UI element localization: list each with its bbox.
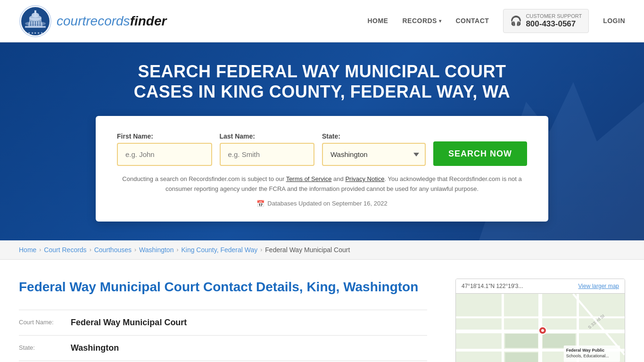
logo-icon: ★ ★ ★ ★ ★ [19, 5, 52, 38]
search-fields: First Name: Last Name: State: Washington… [117, 132, 527, 166]
nav-home[interactable]: HOME [367, 17, 388, 25]
state-row: State: Washington [19, 336, 427, 361]
svg-rect-9 [30, 21, 31, 26]
state-select[interactable]: Washington [322, 143, 426, 166]
breadcrumb-courthouses[interactable]: Courthouses [94, 246, 132, 254]
svg-point-32 [541, 329, 544, 332]
svg-rect-12 [37, 21, 38, 26]
breadcrumb: Home › Court Records › Courthouses › Was… [19, 246, 625, 254]
logo-area[interactable]: ★ ★ ★ ★ ★ courtrecordsfinder [19, 5, 166, 38]
calendar-icon: 📅 [256, 200, 264, 207]
breadcrumb-court-records[interactable]: Court Records [44, 246, 86, 254]
court-name-value: Federal Way Municipal Court [71, 318, 187, 328]
breadcrumb-current: Federal Way Municipal Court [265, 246, 350, 254]
hero-section: SEARCH FEDERAL WAY MUNICIPAL COURT CASES… [0, 42, 644, 240]
nav-records[interactable]: RECORDS ▾ [402, 17, 441, 25]
map-coordinates: 47°18'14.1"N 122°19'3... [462, 283, 523, 289]
state-info-label: State: [19, 343, 66, 351]
svg-rect-27 [505, 353, 538, 362]
svg-rect-7 [34, 10, 36, 15]
content-right: 47°18'14.1"N 122°19'3... View larger map [455, 279, 625, 362]
logo-text: courtrecordsfinder [57, 14, 166, 29]
svg-text:Federal Way Public: Federal Way Public [566, 348, 605, 353]
state-info-value: Washington [71, 343, 119, 353]
last-name-input[interactable] [220, 143, 315, 166]
nav-login[interactable]: LOGIN [603, 17, 625, 25]
state-label: State: [322, 132, 426, 140]
map-svg: S 333rd St Federal Way Public Schools, E… [456, 294, 625, 362]
terms-link[interactable]: Terms of Service [286, 175, 332, 182]
section-title: Federal Way Municipal Court Contact Deta… [19, 279, 427, 296]
headset-icon: 🎧 [510, 15, 522, 26]
court-name-row: Court Name: Federal Way Municipal Court [19, 310, 427, 336]
first-name-input[interactable] [117, 143, 212, 166]
first-name-label: First Name: [117, 132, 212, 140]
content-left: Federal Way Municipal Court Contact Deta… [19, 279, 427, 362]
svg-rect-11 [35, 21, 36, 26]
search-button[interactable]: SEARCH NOW [433, 141, 527, 166]
view-larger-map-link[interactable]: View larger map [578, 283, 619, 289]
breadcrumb-sep-1: › [39, 247, 41, 253]
breadcrumb-sep-4: › [176, 247, 178, 253]
svg-rect-25 [505, 334, 538, 348]
support-label: CUSTOMER SUPPORT [526, 13, 582, 19]
search-card: First Name: Last Name: State: Washington… [96, 116, 548, 222]
main-nav: HOME RECORDS ▾ CONTACT 🎧 CUSTOMER SUPPOR… [367, 9, 625, 33]
court-name-label: Court Name: [19, 318, 66, 326]
svg-rect-13 [40, 21, 41, 26]
breadcrumb-bar: Home › Court Records › Courthouses › Was… [0, 240, 644, 260]
privacy-link[interactable]: Privacy Notice [345, 175, 384, 182]
svg-text:Schools, Educational...: Schools, Educational... [566, 354, 609, 358]
site-header: ★ ★ ★ ★ ★ courtrecordsfinder HOME RECORD… [0, 0, 644, 42]
customer-support-area[interactable]: 🎧 CUSTOMER SUPPORT 800-433-0567 [503, 9, 589, 33]
nav-contact[interactable]: CONTACT [455, 17, 489, 25]
main-content: Federal Way Municipal Court Contact Deta… [0, 260, 644, 362]
last-name-field-group: Last Name: [220, 132, 315, 166]
breadcrumb-home[interactable]: Home [19, 246, 36, 254]
map-container: 47°18'14.1"N 122°19'3... View larger map [455, 279, 625, 362]
last-name-label: Last Name: [220, 132, 315, 140]
breadcrumb-sep-5: › [260, 247, 262, 253]
hero-title: SEARCH FEDERAL WAY MUNICIPAL COURT CASES… [110, 61, 534, 102]
records-chevron-icon: ▾ [439, 18, 442, 24]
breadcrumb-sep-2: › [90, 247, 91, 253]
map-header: 47°18'14.1"N 122°19'3... View larger map [456, 279, 625, 294]
svg-rect-10 [33, 21, 33, 26]
breadcrumb-washington[interactable]: Washington [139, 246, 173, 254]
first-name-field-group: First Name: [117, 132, 212, 166]
db-updated: 📅 Databases Updated on September 16, 202… [117, 200, 527, 207]
state-field-group: State: Washington [322, 132, 426, 166]
svg-text:★ ★ ★ ★ ★: ★ ★ ★ ★ ★ [28, 32, 43, 34]
disclaimer-text: Conducting a search on Recordsfinder.com… [117, 174, 527, 194]
support-phone: 800-433-0567 [526, 19, 582, 29]
map-visual: S 333rd St Federal Way Public Schools, E… [456, 294, 625, 362]
breadcrumb-king-county[interactable]: King County, Federal Way [181, 246, 257, 254]
svg-rect-8 [25, 26, 46, 28]
breadcrumb-sep-3: › [134, 247, 136, 253]
